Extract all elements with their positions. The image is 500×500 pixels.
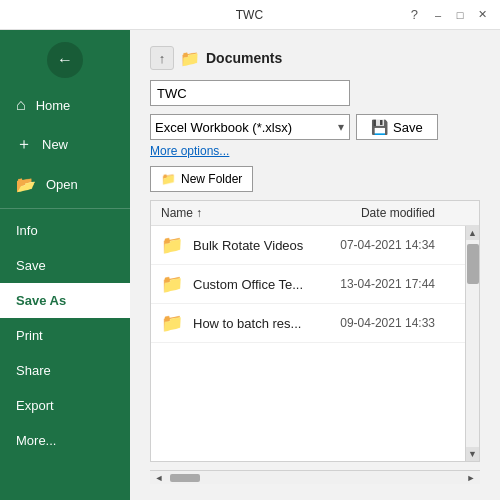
save-button[interactable]: 💾 Save: [356, 114, 438, 140]
filetype-select[interactable]: Excel Workbook (*.xlsx) Excel 97-2003 Wo…: [150, 114, 350, 140]
file-name: How to batch res...: [193, 316, 325, 331]
sidebar-item-new[interactable]: ＋ New: [0, 124, 130, 165]
scrollbar-up-button[interactable]: ▲: [466, 226, 480, 240]
horizontal-scrollbar[interactable]: ◄ ►: [150, 470, 480, 484]
location-folder-icon: 📁: [180, 49, 200, 68]
hscrollbar-thumb[interactable]: [170, 474, 200, 482]
new-folder-button[interactable]: 📁 New Folder: [150, 166, 253, 192]
titlebar: TWC ? – □ ✕: [0, 0, 500, 30]
column-name-label: Name: [161, 206, 193, 220]
saveas-panel: ↑ 📁 Documents Excel Workbook (*.xlsx) Ex…: [130, 30, 500, 500]
file-list-body-wrapper: 📁 Bulk Rotate Videos 07-04-2021 14:34 📁 …: [151, 226, 479, 461]
file-date: 13-04-2021 17:44: [325, 277, 455, 291]
sidebar-divider: [0, 208, 130, 209]
sidebar-label-open: Open: [46, 177, 78, 192]
sidebar-label-share: Share: [16, 363, 51, 378]
column-name-header[interactable]: Name ↑: [161, 206, 325, 220]
more-options-link[interactable]: More options...: [150, 144, 480, 158]
sidebar-label-info: Info: [16, 223, 38, 238]
back-button[interactable]: ←: [47, 42, 83, 78]
sidebar-item-saveas[interactable]: Save As: [0, 283, 130, 318]
hscrollbar-left-button[interactable]: ◄: [152, 471, 166, 485]
titlebar-title: TWC: [88, 8, 411, 22]
sidebar-item-open[interactable]: 📂 Open: [0, 165, 130, 204]
sidebar-item-export[interactable]: Export: [0, 388, 130, 423]
column-date-label: Date modified: [361, 206, 435, 220]
up-icon: ↑: [159, 51, 166, 66]
scrollbar-thumb[interactable]: [467, 244, 479, 284]
folder-icon: 📁: [161, 273, 183, 295]
column-date-header: Date modified: [325, 206, 455, 220]
sidebar-label-save: Save: [16, 258, 46, 273]
file-list-container: Name ↑ Date modified 📁 Bulk Rotate Vide: [150, 200, 480, 462]
sidebar: ← ⌂ Home ＋ New 📂 Open Info Save Save As …: [0, 30, 130, 500]
sidebar-item-print[interactable]: Print: [0, 318, 130, 353]
hscrollbar-right-button[interactable]: ►: [464, 471, 478, 485]
file-date: 09-04-2021 14:33: [325, 316, 455, 330]
folder-icon: 📁: [161, 312, 183, 334]
filename-input[interactable]: [150, 80, 350, 106]
minimize-button[interactable]: –: [428, 5, 448, 25]
sidebar-item-info[interactable]: Info: [0, 213, 130, 248]
sidebar-item-share[interactable]: Share: [0, 353, 130, 388]
location-up-button[interactable]: ↑: [150, 46, 174, 70]
close-button[interactable]: ✕: [472, 5, 492, 25]
location-bar: ↑ 📁 Documents: [150, 46, 480, 70]
sidebar-label-home: Home: [36, 98, 71, 113]
filetype-wrapper: Excel Workbook (*.xlsx) Excel 97-2003 Wo…: [150, 114, 350, 140]
file-list-body: 📁 Bulk Rotate Videos 07-04-2021 14:34 📁 …: [151, 226, 465, 461]
filetype-row: Excel Workbook (*.xlsx) Excel 97-2003 Wo…: [150, 114, 480, 140]
sidebar-item-more[interactable]: More...: [0, 423, 130, 458]
table-row[interactable]: 📁 How to batch res... 09-04-2021 14:33: [151, 304, 465, 343]
save-button-label: Save: [393, 120, 423, 135]
maximize-button[interactable]: □: [450, 5, 470, 25]
back-icon: ←: [57, 51, 73, 69]
save-icon: 💾: [371, 119, 388, 135]
help-button[interactable]: ?: [411, 7, 418, 22]
content-area: ↑ 📁 Documents Excel Workbook (*.xlsx) Ex…: [130, 30, 500, 500]
sidebar-item-save[interactable]: Save: [0, 248, 130, 283]
sidebar-label-more: More...: [16, 433, 56, 448]
location-name: Documents: [206, 50, 282, 66]
sidebar-label-export: Export: [16, 398, 54, 413]
sidebar-label-new: New: [42, 137, 68, 152]
open-icon: 📂: [16, 175, 36, 194]
new-folder-icon: 📁: [161, 172, 176, 186]
file-list-header: Name ↑ Date modified: [151, 201, 479, 226]
new-icon: ＋: [16, 134, 32, 155]
table-row[interactable]: 📁 Custom Office Te... 13-04-2021 17:44: [151, 265, 465, 304]
file-name: Custom Office Te...: [193, 277, 325, 292]
scrollbar-down-button[interactable]: ▼: [466, 447, 480, 461]
sidebar-item-home[interactable]: ⌂ Home: [0, 86, 130, 124]
home-icon: ⌂: [16, 96, 26, 114]
sidebar-label-saveas: Save As: [16, 293, 66, 308]
sidebar-label-print: Print: [16, 328, 43, 343]
file-date: 07-04-2021 14:34: [325, 238, 455, 252]
new-folder-label: New Folder: [181, 172, 242, 186]
table-row[interactable]: 📁 Bulk Rotate Videos 07-04-2021 14:34: [151, 226, 465, 265]
app-body: ← ⌂ Home ＋ New 📂 Open Info Save Save As …: [0, 30, 500, 500]
vertical-scrollbar[interactable]: ▲ ▼: [465, 226, 479, 461]
folder-icon: 📁: [161, 234, 183, 256]
file-name: Bulk Rotate Videos: [193, 238, 325, 253]
sort-arrow-icon: ↑: [196, 206, 202, 220]
